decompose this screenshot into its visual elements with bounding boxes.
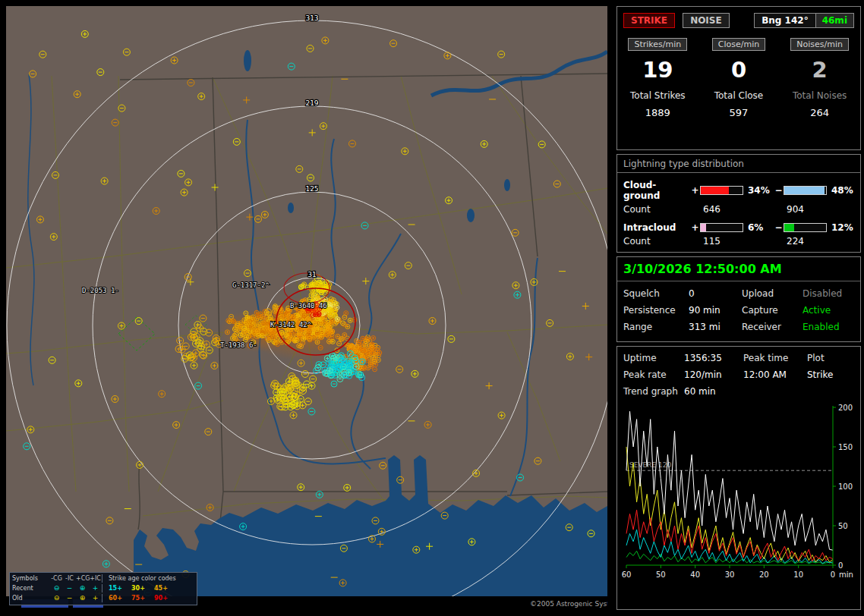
total-noises-value: 264 (779, 107, 860, 118)
capture-label: Capture (742, 305, 803, 316)
ic-plus-count: 115 (700, 236, 743, 247)
strike-mode-button[interactable]: STRIKE (623, 13, 675, 28)
total-strikes-value: 1889 (617, 107, 698, 118)
svg-text:200: 200 (838, 404, 853, 412)
count-label: Count (623, 236, 690, 247)
lightning-map[interactable]: 31321912531 D-2053 1-G-1317-2^B-3640 46K… (6, 6, 607, 610)
age-code-60: 60+ (109, 595, 131, 602)
plus-icon: + (89, 585, 102, 592)
intracloud-count-row: Count 115 224 (617, 234, 860, 248)
svg-text:D-2053 1-: D-2053 1- (82, 287, 119, 294)
ic-minus-count: 224 (784, 236, 827, 247)
legend-symbols-header: Symbols (12, 575, 50, 582)
status-box: 3/10/2026 12:50:00 AM Squelch 0 Upload D… (616, 256, 861, 342)
total-strikes-label: Total Strikes (617, 90, 698, 101)
legend-old-label: Old (12, 595, 50, 602)
svg-text:313: 313 (305, 14, 318, 22)
trend-graph: SEVERE 1202001501005006050403020100min (617, 403, 860, 586)
svg-text:30: 30 (725, 570, 735, 579)
uptime-value: 1356:35 (684, 353, 743, 363)
mode-row: STRIKE NOISE Bng 142° 46mi (617, 7, 860, 31)
legend-divider (102, 594, 109, 602)
close-column: Close/min 0 Total Close 597 (698, 36, 780, 118)
strikes-per-min-header[interactable]: Strikes/min (628, 38, 687, 51)
age-code-45: 45+ (154, 585, 181, 592)
legend-type-ic-neg: -IC (63, 575, 76, 582)
noises-per-min-header[interactable]: Noises/min (790, 38, 849, 51)
noises-per-min-value: 2 (779, 57, 860, 83)
svg-text:219: 219 (305, 99, 318, 107)
cg-plus-bar (700, 186, 743, 195)
plus-sign: + (690, 222, 700, 233)
bearing-distance: 46mi (816, 14, 853, 27)
uptime-label: Uptime (623, 353, 684, 363)
cloud-ground-count-row: Count 646 904 (617, 203, 860, 216)
svg-text:SEVERE 120: SEVERE 120 (629, 461, 671, 469)
circle-plus-icon: ⊕ (76, 595, 89, 602)
svg-text:20: 20 (759, 570, 769, 579)
receiver-label: Receiver (742, 322, 803, 332)
svg-text:40: 40 (690, 570, 700, 579)
cloud-ground-row: Cloud-ground + 34% − 48% (617, 178, 860, 203)
svg-text:100: 100 (838, 482, 853, 491)
bearing-value: Bng 142° (755, 14, 816, 27)
plot-label: Plot (807, 353, 854, 363)
datetime-display: 3/10/2026 12:50:00 AM (617, 257, 860, 281)
trend-graph-label: Trend graph (623, 386, 684, 397)
map-area[interactable]: 31321912531 D-2053 1-G-1317-2^B-3640 46K… (6, 6, 607, 610)
ic-minus-bar (784, 223, 827, 232)
intracloud-row: Intracloud + 6% − 12% (617, 221, 860, 234)
cg-minus-pct: 48% (827, 185, 857, 196)
plot-value: Strike (807, 369, 854, 380)
trend-graph-window: 60 min (684, 386, 743, 397)
strike-stats-box: STRIKE NOISE Bng 142° 46mi Strikes/min 1… (616, 6, 861, 150)
legend-type-ic-pos: +IC (89, 575, 102, 582)
age-code-30: 30+ (131, 585, 154, 592)
svg-text:31: 31 (307, 271, 316, 278)
persistence-value: 90 min (689, 305, 742, 316)
legend-header-row: Symbols -CG -IC +CG +IC Strike age color… (12, 574, 194, 583)
svg-text:60: 60 (622, 570, 632, 579)
minus-sign: − (774, 222, 784, 233)
legend-divider (102, 574, 109, 583)
circle-minus-icon: ⊖ (50, 585, 63, 592)
svg-text:B-3640 46: B-3640 46 (290, 302, 327, 310)
cg-minus-bar (784, 186, 827, 195)
copyright-text: ©2005 Astrogenic Systems (530, 600, 607, 608)
distribution-title: Lightning type distribution (617, 155, 860, 173)
svg-text:0: 0 (838, 561, 843, 570)
circle-minus-icon: ⊖ (50, 595, 63, 602)
peak-rate-label: Peak rate (623, 369, 684, 380)
upload-label: Upload (742, 288, 803, 299)
circle-plus-icon: ⊕ (76, 585, 89, 592)
peak-rate-value: 120/min (684, 369, 743, 380)
peak-time-label: Peak time (743, 353, 807, 363)
svg-text:min: min (839, 570, 853, 579)
map-legend: Symbols -CG -IC +CG +IC Strike age color… (9, 572, 197, 605)
capture-value: Active (803, 305, 854, 316)
range-value: 313 mi (689, 322, 742, 332)
svg-text:T-1938 6-: T-1938 6- (220, 341, 257, 349)
ic-plus-bar (700, 223, 743, 232)
persistence-label: Persistence (623, 305, 689, 316)
svg-text:50: 50 (656, 570, 666, 579)
intracloud-label: Intracloud (623, 222, 690, 233)
cg-minus-count: 904 (784, 204, 827, 215)
ic-plus-pct: 6% (743, 222, 774, 233)
noise-mode-button[interactable]: NOISE (683, 13, 730, 28)
strikes-column: Strikes/min 19 Total Strikes 1889 (617, 36, 698, 118)
noises-column: Noises/min 2 Total Noises 264 (779, 36, 860, 118)
plus-sign: + (690, 185, 700, 196)
legend-old-row: Old ⊖ − ⊕ + 60+ 75+ 90+ (12, 593, 194, 603)
total-noises-label: Total Noises (779, 90, 860, 101)
count-label: Count (623, 204, 690, 215)
minus-icon: − (63, 595, 76, 602)
peak-time-value: 12:00 AM (743, 369, 807, 380)
receiver-value: Enabled (803, 322, 854, 332)
close-per-min-header[interactable]: Close/min (712, 38, 765, 51)
squelch-value: 0 (689, 288, 742, 299)
legend-recent-label: Recent (12, 585, 50, 592)
upload-value: Disabled (803, 288, 854, 299)
legend-recent-row: Recent ⊖ − ⊕ + 15+ 30+ 45+ (12, 583, 194, 593)
cloud-ground-label: Cloud-ground (623, 180, 690, 201)
